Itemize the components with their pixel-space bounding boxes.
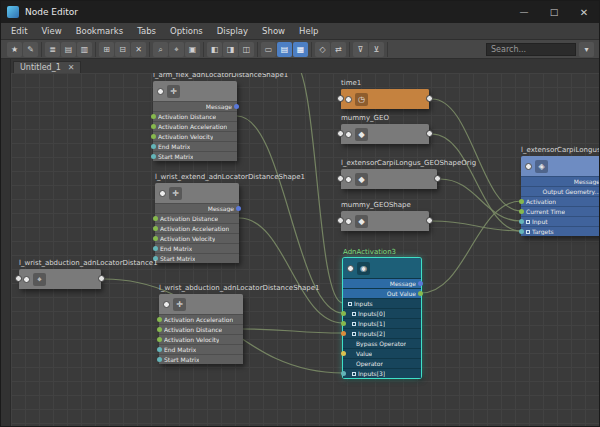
attr-row[interactable]: Activation Distance bbox=[159, 325, 243, 334]
connection-edge[interactable] bbox=[243, 329, 343, 333]
node-geoShapeOrig[interactable]: l_extensorCarpiLongus_GEOShapeOrig◆ bbox=[341, 169, 437, 189]
node-l_wrist_extend[interactable]: l_wrist_extend_adnLocatorDistanceShape1✛… bbox=[155, 183, 239, 263]
attr-row[interactable]: Output Geometry... bbox=[521, 187, 599, 196]
node-pin-icon[interactable] bbox=[347, 265, 354, 272]
output-plug-icon[interactable] bbox=[426, 130, 433, 137]
attr-row[interactable]: Current Time bbox=[521, 207, 599, 216]
input-plug-icon[interactable] bbox=[519, 229, 524, 234]
input-plug-icon[interactable] bbox=[341, 331, 346, 336]
attr-row[interactable]: Inputs[1] bbox=[343, 319, 421, 328]
menu-options[interactable]: Options bbox=[163, 26, 210, 36]
attr-row[interactable]: Activation Velocity bbox=[155, 234, 239, 243]
input-connections-icon[interactable]: ◧ bbox=[207, 42, 222, 57]
node-graph-canvas[interactable]: l_arm_flex_adnLocatorDistanceShape1✛Mess… bbox=[11, 73, 599, 426]
node-pin-icon[interactable] bbox=[345, 218, 352, 225]
input-plug-icon[interactable] bbox=[157, 347, 162, 352]
attr-row[interactable]: Inputs[0] bbox=[343, 309, 421, 318]
input-plug-icon[interactable] bbox=[15, 275, 22, 282]
input-plug-icon[interactable] bbox=[153, 216, 158, 221]
attr-row[interactable]: Bypass Operator bbox=[343, 339, 421, 348]
input-plug-icon[interactable] bbox=[519, 209, 524, 214]
node-pin-icon[interactable] bbox=[23, 276, 30, 283]
node-header[interactable]: ✛ bbox=[159, 294, 243, 314]
node-l_arm_flex[interactable]: l_arm_flex_adnLocatorDistanceShape1✛Mess… bbox=[153, 81, 237, 161]
output-plug-icon[interactable] bbox=[236, 206, 241, 211]
input-plug-icon[interactable] bbox=[153, 226, 158, 231]
input-plug-icon[interactable] bbox=[337, 175, 344, 182]
output-plug-icon[interactable] bbox=[234, 104, 239, 109]
node-header[interactable]: ◆ bbox=[341, 124, 429, 144]
minimize-button[interactable]: — bbox=[509, 1, 539, 23]
node-l_wrist_abduction_dist[interactable]: l_wrist_abduction_adnLocatorDistance1⌖ bbox=[19, 269, 101, 289]
node-adnActivation3[interactable]: AdnActivation3◉MessageOut ValueInputsInp… bbox=[343, 258, 421, 378]
node-header[interactable]: ◆ bbox=[341, 211, 429, 231]
search-input[interactable] bbox=[486, 43, 576, 56]
menu-bookmarks[interactable]: Bookmarks bbox=[69, 26, 131, 36]
output-plug-icon[interactable] bbox=[426, 95, 433, 102]
output-connections-icon[interactable]: ◨ bbox=[223, 42, 238, 57]
node-header[interactable]: ⌖ bbox=[19, 269, 101, 289]
node-pin-icon[interactable] bbox=[525, 163, 532, 170]
attr-row[interactable]: Start Matrix bbox=[159, 355, 243, 364]
output-plug-icon[interactable] bbox=[426, 217, 433, 224]
attr-row[interactable]: Activation Acceleration bbox=[159, 315, 243, 324]
unpin-all-icon[interactable]: ⊻ bbox=[369, 42, 384, 57]
attr-row[interactable]: Inputs bbox=[343, 299, 421, 308]
attr-row[interactable]: End Matrix bbox=[155, 244, 239, 253]
frame-selected-icon[interactable]: ⌖ bbox=[169, 42, 184, 57]
node-mummy_GEO[interactable]: mummy_GEO◆ bbox=[341, 124, 429, 144]
node-pin-icon[interactable] bbox=[163, 301, 170, 308]
attr-row[interactable]: End Matrix bbox=[153, 142, 237, 151]
filter-dropdown-button[interactable]: ▾ bbox=[579, 42, 594, 57]
input-plug-icon[interactable] bbox=[519, 199, 524, 204]
node-header[interactable]: ◆ bbox=[341, 169, 437, 189]
input-plug-icon[interactable] bbox=[341, 321, 346, 326]
attr-row[interactable]: Message bbox=[155, 204, 239, 213]
attr-row[interactable]: Input bbox=[521, 217, 599, 226]
simple-view-icon[interactable]: ▭ bbox=[261, 42, 276, 57]
frame-all-icon[interactable]: ▣ bbox=[185, 42, 200, 57]
attr-row[interactable]: Out Value bbox=[343, 289, 421, 298]
layout-horizontal-icon[interactable]: ▤ bbox=[61, 42, 76, 57]
menu-help[interactable]: Help bbox=[292, 26, 325, 36]
input-plug-icon[interactable] bbox=[151, 114, 156, 119]
maximize-button[interactable]: □ bbox=[539, 1, 569, 23]
input-plug-icon[interactable] bbox=[157, 327, 162, 332]
input-plug-icon[interactable] bbox=[153, 236, 158, 241]
attr-row[interactable]: Message bbox=[153, 102, 237, 111]
pin-selected-icon[interactable]: ⊽ bbox=[353, 42, 368, 57]
attr-row[interactable]: Activation Acceleration bbox=[153, 122, 237, 131]
attr-row[interactable]: Start Matrix bbox=[153, 152, 237, 161]
attr-row[interactable]: Inputs[2] bbox=[343, 329, 421, 338]
menu-display[interactable]: Display bbox=[210, 26, 255, 36]
node-header[interactable]: ✛ bbox=[155, 183, 239, 203]
attr-row[interactable]: Value bbox=[343, 349, 421, 358]
node-pin-icon[interactable] bbox=[159, 190, 166, 197]
node-l_wrist_abduction_shape[interactable]: l_wrist_abduction_adnLocatorDistanceShap… bbox=[159, 294, 243, 364]
attr-row[interactable]: Message bbox=[521, 177, 599, 186]
output-plug-icon[interactable] bbox=[98, 275, 105, 282]
node-time1[interactable]: time1◷ bbox=[341, 89, 429, 109]
node-mummy_GEOShape[interactable]: mummy_GEOShape◆ bbox=[341, 211, 429, 231]
connection-edge[interactable] bbox=[239, 218, 343, 323]
input-plug-icon[interactable] bbox=[337, 217, 344, 224]
node-extensor[interactable]: l_extensorCarpiLongus_A◈MessageOutput Ge… bbox=[521, 156, 599, 236]
node-pin-icon[interactable] bbox=[345, 176, 352, 183]
connection-edge[interactable] bbox=[421, 201, 521, 293]
tab-untitled-1[interactable]: Untitled_1 ✕ bbox=[13, 61, 81, 73]
sort-graph-icon[interactable]: ≣ bbox=[45, 42, 60, 57]
add-selected-nodes-icon[interactable]: ⊞ bbox=[99, 42, 114, 57]
input-plug-icon[interactable] bbox=[341, 371, 346, 376]
connection-edge[interactable] bbox=[432, 99, 521, 211]
input-plug-icon[interactable] bbox=[519, 219, 524, 224]
input-plug-icon[interactable] bbox=[157, 357, 162, 362]
close-button[interactable]: ✕ bbox=[569, 1, 599, 23]
output-plug-icon[interactable] bbox=[434, 175, 441, 182]
all-attrs-view-icon[interactable]: ▦ bbox=[293, 42, 308, 57]
input-plug-icon[interactable] bbox=[337, 130, 344, 137]
menu-tabs[interactable]: Tabs bbox=[130, 26, 163, 36]
connection-edge[interactable] bbox=[440, 179, 521, 221]
edit-bookmarks-icon[interactable]: ✎ bbox=[23, 42, 38, 57]
input-plug-icon[interactable] bbox=[151, 144, 156, 149]
node-pin-icon[interactable] bbox=[345, 131, 352, 138]
